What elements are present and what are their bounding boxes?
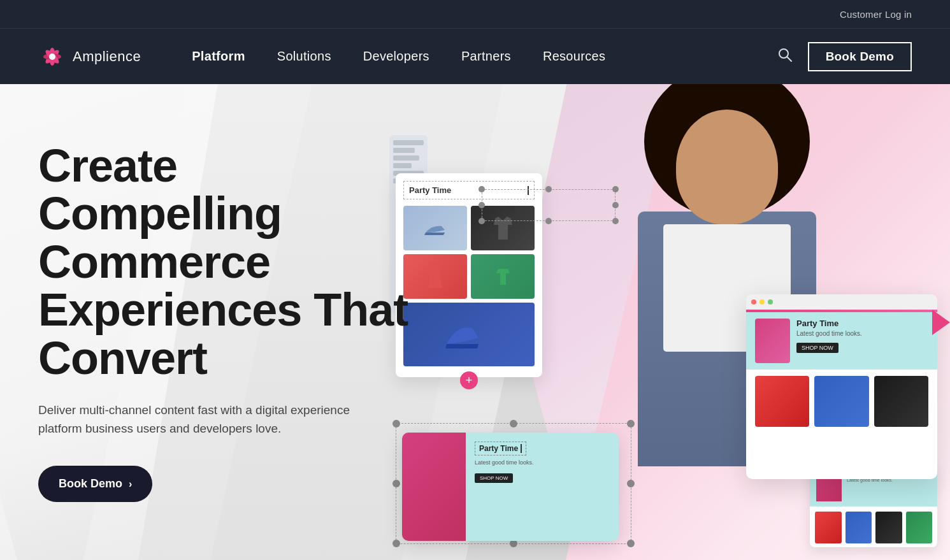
clothes-grid: [403, 206, 535, 366]
book-demo-button[interactable]: Book Demo: [808, 42, 912, 71]
nav-links: Platform Solutions Developers Partners R…: [192, 49, 777, 64]
browser-preview-card: Party Time Latest good time looks. SHOP …: [746, 294, 937, 479]
card2-shop-button[interactable]: SHOP NOW: [796, 343, 838, 353]
hero-title: Create Compelling Commerce Experiences T…: [38, 142, 421, 383]
selection-handle-tm: [545, 186, 552, 192]
amplience-logo-icon: [38, 43, 66, 71]
card2-product-jacket: [874, 376, 928, 427]
heels-item: [403, 303, 535, 366]
sel-handle-bl: [392, 540, 400, 547]
sel-handle-tm: [510, 420, 517, 427]
person-face: [676, 110, 778, 224]
svg-point-4: [49, 54, 55, 60]
card2-girl-image: [755, 319, 790, 363]
navigation: Amplience Platform Solutions Developers …: [0, 28, 950, 84]
nav-link-platform[interactable]: Platform: [192, 49, 245, 64]
card3-title-box: Party Time: [475, 442, 526, 456]
nav-link-resources[interactable]: Resources: [543, 49, 605, 64]
card3-inner: Party Time Latest good time looks. SHOP …: [402, 433, 619, 541]
nav-link-partners[interactable]: Partners: [461, 49, 511, 64]
hero-cta-arrow: ›: [129, 478, 132, 490]
card3-shop-button[interactable]: SHOP NOW: [475, 473, 513, 483]
card4-product-jacket: [875, 512, 902, 543]
card3-cursor: [521, 444, 522, 453]
card3-content: Party Time Latest good time looks. SHOP …: [466, 433, 619, 541]
nav-link-developers[interactable]: Developers: [363, 49, 429, 64]
green-top-item: [471, 254, 535, 299]
card2-header-text: Party Time Latest good time looks. SHOP …: [796, 319, 928, 353]
arrow-triangle: [932, 310, 950, 335]
card3-title: Party Time: [479, 444, 518, 453]
top-bar: Customer Log in: [0, 0, 950, 28]
add-content-button[interactable]: +: [460, 371, 478, 389]
hero-cta-button[interactable]: Book Demo ›: [38, 466, 152, 502]
bottom-teal-card: Party Time Latest good time looks. SHOP …: [402, 433, 619, 541]
browser-dot-yellow: [759, 299, 765, 305]
nav-link-solutions[interactable]: Solutions: [277, 49, 331, 64]
hero-section: Create Compelling Commerce Experiences T…: [0, 84, 950, 560]
browser-bar: [746, 294, 937, 310]
card2-products: [746, 370, 937, 433]
logo[interactable]: Amplience: [38, 43, 141, 71]
card4-product-dress: [815, 512, 842, 543]
logo-text: Amplience: [73, 48, 141, 65]
card4-product-green: [906, 512, 933, 543]
browser-dot-red: [751, 299, 756, 305]
party-time-label-box: Party Time: [403, 181, 535, 199]
selection-handle-bm: [545, 218, 552, 224]
hero-visual: Party Time: [377, 84, 950, 560]
search-icon[interactable]: [777, 47, 793, 66]
hero-cta-label: Book Demo: [59, 477, 122, 491]
text-cursor: [528, 186, 529, 195]
card4-product-shoes: [846, 512, 872, 543]
right-arrow: [932, 310, 950, 335]
browser-dot-green: [768, 299, 773, 305]
customer-login-link[interactable]: Customer Log in: [840, 9, 912, 20]
card2-product-dress: [755, 376, 809, 427]
svg-line-6: [787, 57, 791, 61]
hero-content: Create Compelling Commerce Experiences T…: [0, 142, 421, 503]
nav-right: Book Demo: [777, 42, 912, 71]
jacket-item: [471, 206, 535, 250]
card2-title: Party Time: [796, 319, 928, 328]
card2-header: Party Time Latest good time looks. SHOP …: [746, 312, 937, 370]
hero-subtitle: Deliver multi-channel content fast with …: [38, 401, 382, 438]
card3-subtitle: Latest good time looks.: [475, 459, 610, 466]
card4-products: [810, 506, 937, 547]
card2-subtitle: Latest good time looks.: [796, 330, 928, 337]
card2-product-shoes: [814, 376, 868, 427]
